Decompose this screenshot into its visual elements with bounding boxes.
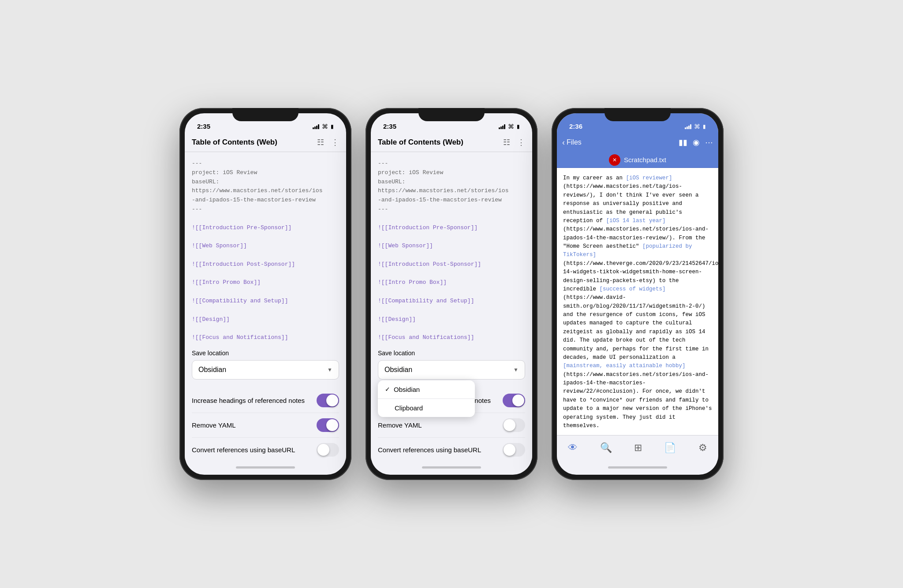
toggle-thumb-2 (326, 419, 338, 431)
content-2: --- project: iOS Review baseURL: https:/… (371, 152, 532, 460)
code-block-1: --- project: iOS Review baseURL: https:/… (192, 159, 339, 342)
grid-icon[interactable]: ⊞ (634, 442, 642, 454)
notch-2 (418, 108, 485, 121)
signal-bars-1 (313, 124, 319, 129)
save-location-label-2: Save location (378, 350, 525, 357)
toggle-4[interactable] (503, 394, 525, 407)
nav-icons-1: ☷ ⋮ (317, 138, 339, 147)
reader-nav: ‹ Files ▮▮ ◉ ⋯ (557, 133, 718, 152)
toggle-label-3: Convert references using baseURL (192, 446, 295, 454)
nav-title-2: Table of Contents (Web) (378, 138, 463, 147)
toggle-2[interactable] (317, 418, 339, 432)
phone-1: 2:35 ⌘ ▮ Table of Contents (Web) ☷ (179, 108, 351, 480)
toggle-thumb-5 (504, 419, 515, 431)
toggle-label-1: Increase headings of referenced notes (192, 397, 305, 404)
search-bottom-icon[interactable]: 🔍 (600, 442, 612, 454)
phone-3: 2:36 ⌘ ▮ ‹ Files (552, 108, 724, 480)
dropdown-arrow-1: ▼ (327, 367, 332, 373)
wifi-icon-1: ⌘ (322, 123, 328, 130)
toggle-label-5: Remove YAML (378, 421, 422, 429)
reader-content: In my career as an [iOS reviewer](https:… (557, 168, 718, 435)
toggle-label-6: Convert references using baseURL (378, 446, 481, 454)
toggle-thumb-3 (317, 444, 329, 456)
option-label-obsidian: Obsidian (394, 386, 420, 393)
dropdown-arrow-2: ▼ (513, 367, 519, 373)
dropdown-value-1: Obsidian (198, 366, 226, 374)
back-chevron-icon: ‹ (562, 138, 565, 147)
home-indicator-3 (557, 460, 718, 475)
content-1: --- project: iOS Review baseURL: https:/… (185, 152, 346, 460)
ellipsis-icon[interactable]: ⋯ (705, 138, 713, 147)
toggle-5[interactable] (503, 418, 525, 432)
glasses-icon[interactable]: 👁 (568, 442, 578, 454)
nav-title-1: Table of Contents (Web) (192, 138, 277, 147)
nav-bar-2: Table of Contents (Web) ☷ ⋮ (371, 133, 532, 152)
toggle-row-3: Convert references using baseURL (192, 438, 339, 460)
save-location-dropdown-1[interactable]: Obsidian ▼ (192, 360, 339, 380)
doc-icon-1[interactable]: ☷ (317, 138, 324, 147)
reader-bottom-nav: 👁 🔍 ⊞ 📄 ⚙ (557, 435, 718, 460)
file-title: Scratchpad.txt (624, 156, 666, 164)
save-location-dropdown-2[interactable]: Obsidian ▼ (378, 360, 525, 380)
battery-icon-1: ▮ (331, 123, 334, 130)
signal-bars-3 (685, 124, 691, 129)
status-icons-1: ⌘ ▮ (313, 123, 334, 130)
home-bar-1 (236, 466, 295, 469)
card-icon[interactable]: ▮▮ (679, 138, 687, 147)
toggle-thumb-4 (512, 394, 524, 406)
back-label: Files (567, 138, 582, 146)
toggle-6[interactable] (503, 443, 525, 457)
status-time-1: 2:35 (197, 123, 210, 130)
doc-bottom-icon[interactable]: 📄 (664, 442, 676, 454)
toggle-3[interactable] (317, 443, 339, 457)
toggle-row-6: Convert references using baseURL (378, 438, 525, 460)
toggle-thumb-6 (504, 444, 515, 456)
dropdown-popup-2: ✓ Obsidian Clipboard (378, 380, 475, 417)
dropdown-option-obsidian[interactable]: ✓ Obsidian (378, 380, 475, 398)
gear-bottom-icon[interactable]: ⚙ (698, 442, 707, 454)
dropdown-wrapper-1: Obsidian ▼ (192, 360, 339, 380)
more-icon-2[interactable]: ⋮ (517, 138, 525, 147)
dropdown-option-clipboard[interactable]: Clipboard (378, 398, 475, 417)
reader-title-bar: ✕ Scratchpad.txt (557, 152, 718, 168)
wifi-icon-2: ⌘ (508, 123, 514, 130)
status-time-3: 2:36 (569, 123, 582, 130)
home-indicator-2 (371, 460, 532, 475)
doc-icon-2[interactable]: ☷ (503, 138, 510, 147)
code-block-2: --- project: iOS Review baseURL: https:/… (378, 159, 525, 342)
home-bar-3 (608, 466, 667, 469)
phone-2: 2:35 ⌘ ▮ Table of Contents (Web) ☷ ⋮ (366, 108, 537, 480)
toggle-row-2: Remove YAML (192, 413, 339, 438)
notch-3 (604, 108, 671, 121)
reader-nav-icons: ▮▮ ◉ ⋯ (679, 138, 713, 147)
signal-bars-2 (499, 124, 505, 129)
toggle-thumb-1 (326, 394, 338, 406)
home-indicator-1 (185, 460, 346, 475)
notch-1 (232, 108, 299, 121)
toggle-row-1: Increase headings of referenced notes (192, 388, 339, 413)
toggle-1[interactable] (317, 394, 339, 407)
option-label-clipboard: Clipboard (395, 404, 423, 412)
status-icons-3: ⌘ ▮ (685, 123, 706, 130)
home-bar-2 (422, 466, 481, 469)
back-files-button[interactable]: ‹ Files (562, 138, 582, 147)
battery-icon-3: ▮ (703, 123, 706, 130)
status-icons-2: ⌘ ▮ (499, 123, 520, 130)
status-time-2: 2:35 (383, 123, 396, 130)
more-icon-1[interactable]: ⋮ (331, 138, 339, 147)
wifi-icon-3: ⌘ (694, 123, 700, 130)
clock-icon[interactable]: ◉ (693, 138, 700, 147)
toggle-label-2: Remove YAML (192, 421, 236, 429)
dropdown-value-2: Obsidian (384, 366, 412, 374)
nav-bar-1: Table of Contents (Web) ☷ ⋮ (185, 133, 346, 152)
close-icon[interactable]: ✕ (609, 154, 620, 166)
check-icon: ✓ (385, 386, 390, 393)
dropdown-wrapper-2[interactable]: Obsidian ▼ ✓ Obsidian Clipboard (378, 360, 525, 380)
battery-icon-2: ▮ (517, 123, 520, 130)
nav-icons-2: ☷ ⋮ (503, 138, 525, 147)
save-location-label-1: Save location (192, 350, 339, 357)
